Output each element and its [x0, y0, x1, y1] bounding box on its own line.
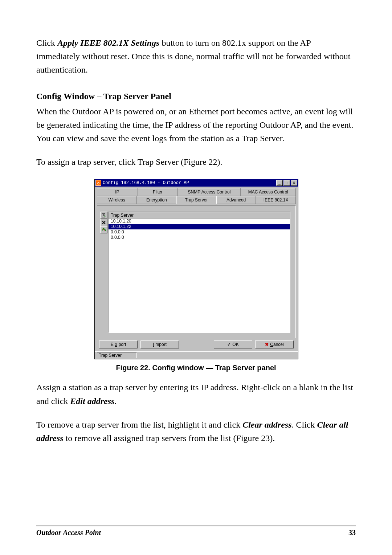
list-item[interactable]: 0.0.0.0 [109, 229, 290, 235]
status-bar: Trap Server [95, 351, 298, 359]
clear-address-button[interactable] [100, 219, 107, 226]
paragraph-assign-station: Assign a station as a trap server by ent… [36, 381, 356, 408]
minimize-button[interactable]: _ [276, 180, 283, 186]
paragraph-remove-trap: To remove a trap server from the list, h… [36, 418, 356, 445]
apply-settings-label: Apply IEEE 802.1X Settings [57, 38, 159, 48]
footer-title: Outdoor Access Point [36, 529, 101, 537]
check-icon: ✓ [227, 342, 231, 347]
list-item[interactable]: 0.0.0.0 [109, 235, 290, 240]
tab-advanced[interactable]: Advanced [216, 196, 256, 204]
tab-filter[interactable]: Filter [138, 188, 178, 196]
cancel-button[interactable]: ✖ Cancel [255, 340, 294, 348]
trap-server-list[interactable]: Trap Server 10.10.1.20 10.10.1.22 0.0.0.… [108, 212, 290, 333]
tab-trap-server[interactable]: Trap Server [176, 196, 216, 204]
import-button[interactable]: Import [140, 340, 179, 348]
app-icon: o [95, 180, 101, 186]
page-number: 33 [348, 529, 356, 537]
clear-all-addresses-icon [102, 228, 106, 232]
edit-address-icon [102, 213, 106, 217]
x-icon: ✖ [265, 342, 269, 347]
edit-address-label: Edit address [70, 396, 114, 406]
paragraph-apply: Click Apply IEEE 802.1X Settings button … [36, 36, 356, 77]
status-text: Trap Server [97, 352, 137, 358]
paragraph-trap-assign: To assign a trap server, click Trap Serv… [36, 155, 356, 169]
clear-address-icon [102, 220, 106, 225]
config-window: o Config 192.168.4.180 - Outdoor AP _ □ … [94, 179, 298, 359]
ok-button[interactable]: ✓ OK [214, 340, 252, 348]
list-item[interactable]: 10.10.1.22 [109, 224, 290, 229]
paragraph-trap-desc: When the Outdoor AP is powered on, or an… [36, 105, 356, 146]
export-button[interactable]: Export [99, 340, 138, 348]
tab-snmp-access-control[interactable]: SNMP Access Control [178, 188, 241, 196]
tab-mac-access-control[interactable]: MAC Access Control [241, 188, 296, 196]
maximize-button[interactable]: □ [283, 180, 290, 186]
tab-strip: IP Filter SNMP Access Control MAC Access… [95, 187, 298, 204]
window-title: Config 192.168.4.180 - Outdoor AP [103, 180, 275, 185]
clear-all-addresses-button[interactable] [100, 226, 107, 233]
page-footer: Outdoor Access Point 33 [36, 526, 356, 537]
tab-ieee-8021x[interactable]: IEEE 802.1X [256, 196, 296, 204]
figure-caption: Figure 22. Config window — Trap Server p… [36, 364, 356, 372]
list-header[interactable]: Trap Server [109, 212, 290, 219]
tab-wireless[interactable]: Wireless [97, 196, 137, 204]
trap-server-panel: Trap Server 10.10.1.20 10.10.1.22 0.0.0.… [97, 205, 296, 338]
tab-ip[interactable]: IP [97, 188, 138, 196]
window-titlebar[interactable]: o Config 192.168.4.180 - Outdoor AP _ □ … [95, 179, 298, 187]
clear-address-label: Clear address [242, 420, 291, 429]
section-heading-trap-server: Config Window – Trap Server Panel [36, 91, 356, 101]
button-row: Export Import ✓ OK ✖ Cancel [95, 340, 298, 351]
edit-address-button[interactable] [100, 212, 107, 219]
tab-encryption[interactable]: Encryption [137, 196, 177, 204]
side-toolbar [100, 212, 107, 233]
list-item[interactable]: 10.10.1.20 [109, 219, 290, 224]
figure-22: o Config 192.168.4.180 - Outdoor AP _ □ … [94, 179, 298, 359]
close-button[interactable]: × [291, 180, 297, 186]
